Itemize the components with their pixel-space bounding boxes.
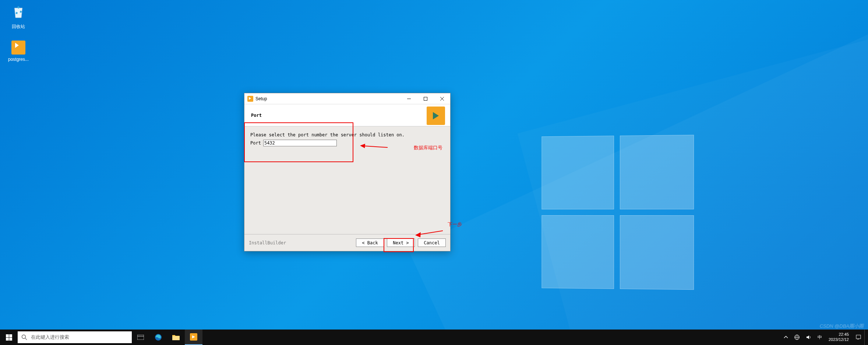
recycle-bin-icon (10, 4, 27, 21)
next-button[interactable]: Next > (387, 238, 415, 247)
svg-rect-1 (424, 97, 427, 100)
speaker-icon (806, 334, 812, 340)
maximize-button[interactable] (417, 93, 434, 104)
package-icon (427, 107, 445, 125)
windows-logo (541, 135, 694, 290)
installer-icon (11, 41, 25, 55)
minimize-icon (407, 97, 411, 101)
windows-icon (6, 334, 12, 341)
svg-line-9 (25, 338, 27, 340)
notification-icon (855, 334, 861, 340)
svg-rect-20 (856, 335, 861, 339)
system-tray: 中 22:45 2023/12/12 (781, 330, 868, 345)
dialog-footer: InstallBuilder < Back Next > Cancel (244, 234, 450, 251)
action-center[interactable] (853, 330, 864, 345)
watermark: CSDN @DBA圈小圈 (820, 323, 864, 330)
edge-icon (154, 333, 162, 341)
port-label: Port (250, 140, 261, 146)
back-button[interactable]: < Back (356, 238, 384, 247)
taskbar-app-explorer[interactable] (167, 330, 185, 345)
setup-dialog: Setup Port Please select the port number… (244, 93, 451, 251)
taskbar-app-setup[interactable] (185, 330, 202, 345)
task-view-icon (137, 335, 144, 340)
svg-marker-19 (807, 335, 809, 339)
tray-overflow[interactable] (781, 330, 791, 345)
maximize-icon (424, 97, 427, 101)
desktop-icon-label: postgres... (4, 57, 33, 62)
clock-date: 2023/12/12 (829, 337, 849, 342)
chevron-up-icon (784, 335, 788, 339)
installer-icon (190, 333, 197, 341)
task-view-button[interactable] (132, 330, 149, 345)
tray-ime[interactable]: 中 (815, 330, 825, 345)
show-desktop-button[interactable] (864, 330, 867, 345)
tray-network[interactable] (791, 330, 803, 345)
start-button[interactable] (0, 330, 18, 345)
folder-icon (172, 334, 180, 341)
page-title: Port (251, 113, 262, 118)
dialog-body: Please select the port number the server… (244, 126, 450, 152)
close-button[interactable] (434, 93, 450, 104)
desktop-icon-recycle-bin[interactable]: 回收站 (4, 4, 33, 30)
clock-time: 22:45 (829, 332, 849, 337)
desktop-icon-label: 回收站 (4, 24, 33, 30)
installbuilder-label: InstallBuilder (249, 240, 286, 245)
instruction-text: Please select the port number the server… (250, 132, 444, 137)
svg-rect-13 (172, 336, 180, 340)
svg-rect-10 (137, 335, 144, 340)
search-box[interactable]: 在此键入进行搜索 (18, 331, 132, 343)
window-title: Setup (255, 96, 267, 101)
taskbar-app-edge[interactable] (149, 330, 167, 345)
taskbar: 在此键入进行搜索 中 22:45 2023/12/12 (0, 330, 868, 345)
minimize-button[interactable] (401, 93, 417, 104)
close-icon (440, 97, 444, 101)
search-icon (21, 334, 27, 340)
port-input[interactable] (263, 140, 337, 146)
tray-volume[interactable] (803, 330, 815, 345)
dialog-header: Port (244, 104, 450, 126)
tray-clock[interactable]: 22:45 2023/12/12 (825, 332, 853, 342)
globe-icon (794, 334, 800, 340)
titlebar[interactable]: Setup (244, 93, 450, 104)
search-placeholder: 在此键入进行搜索 (31, 334, 69, 341)
svg-point-8 (22, 335, 26, 339)
app-icon (247, 96, 253, 102)
cancel-button[interactable]: Cancel (418, 238, 446, 247)
desktop-icon-postgres[interactable]: postgres... (4, 41, 33, 62)
